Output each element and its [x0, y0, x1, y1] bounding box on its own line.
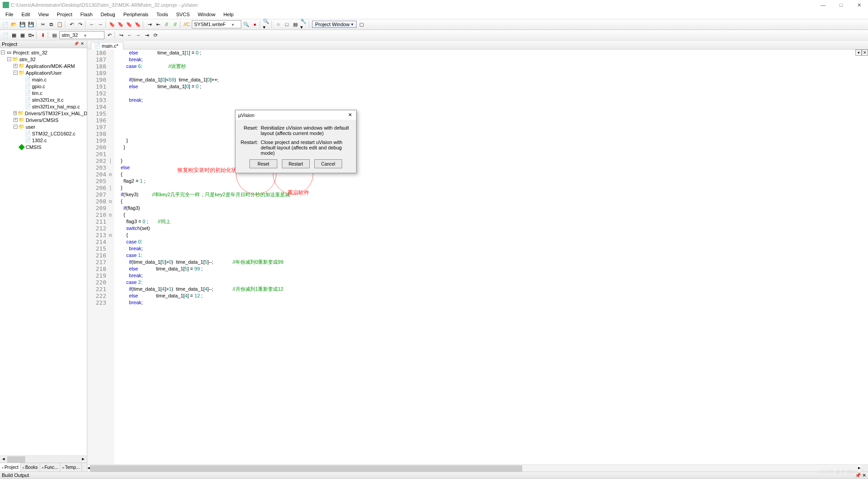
new-icon[interactable]: 📄	[2, 21, 9, 28]
project-bottom-tabs: ▫Project▫Books▫Func...▫Temp...	[0, 463, 87, 472]
tree-node[interactable]: −📁Application/User	[0, 69, 87, 76]
editor-tab-main[interactable]: 📄 main.c*	[91, 42, 123, 50]
run-icon4[interactable]: ▤	[292, 21, 299, 28]
project-tab-3[interactable]: ▫Temp...	[60, 463, 82, 472]
translate-icon[interactable]: 📄	[2, 32, 9, 39]
download-icon[interactable]: ⬇	[39, 32, 46, 39]
project-hscroll[interactable]: ◂▸	[0, 455, 87, 463]
file-icon: 📄	[94, 43, 100, 49]
project-pane-title: Project 📌 ✕	[0, 40, 87, 48]
nav-back-icon[interactable]: ←	[88, 21, 95, 28]
pin-icon[interactable]: 📌	[73, 41, 79, 47]
tree-node[interactable]: +📁Application/MDK-ARM	[0, 63, 87, 69]
cut-icon[interactable]: ✂	[39, 21, 46, 28]
batch-icon[interactable]: ⧉▾	[27, 32, 35, 39]
tree-node[interactable]: −📁stm_32	[0, 56, 87, 63]
bookmark-next-icon[interactable]: 🔖	[126, 21, 133, 28]
step3-icon[interactable]: →	[135, 32, 142, 39]
copy-icon[interactable]: ⧉	[48, 21, 55, 28]
bookmark-prev-icon[interactable]: 🔖	[117, 21, 124, 28]
menu-edit[interactable]: Edit	[18, 11, 34, 18]
redo-icon[interactable]: ↷	[77, 21, 84, 28]
project-window-combo[interactable]: Project Window▾	[312, 21, 357, 28]
tree-node[interactable]: 📄gpio.c	[0, 83, 87, 90]
build-icon[interactable]: ▦	[10, 32, 18, 39]
editor-close-x[interactable]: ✕	[862, 50, 868, 56]
saveall-icon[interactable]: 💾	[27, 21, 35, 28]
uncomment-icon[interactable]: //	[172, 21, 179, 28]
dialog-title[interactable]: µVision ✕	[235, 110, 356, 120]
find-handle-icon[interactable]: //C	[183, 21, 190, 28]
menu-flash[interactable]: Flash	[77, 11, 96, 18]
window-icon[interactable]: ▢	[358, 21, 365, 28]
open-icon[interactable]: 📂	[10, 21, 18, 28]
restart-button[interactable]: Restart	[282, 159, 310, 168]
menu-view[interactable]: View	[35, 11, 53, 18]
editor-tabs: 📄 main.c*	[87, 40, 868, 50]
pane-close-icon[interactable]: ✕	[80, 41, 85, 47]
outdent-icon[interactable]: ⇤	[154, 21, 162, 28]
nav-fwd-icon[interactable]: →	[97, 21, 104, 28]
dialog-close-icon[interactable]: ✕	[346, 112, 353, 118]
dialog-uvision: µVision ✕ Reset: Reinitialize uVision wi…	[235, 110, 357, 173]
fold-column[interactable]: │ ⊟ │ ⊟ ⊟ ⊟	[109, 50, 114, 464]
menu-svcs[interactable]: SVCS	[172, 11, 193, 18]
step-icon[interactable]: ↪	[118, 32, 125, 39]
options-icon[interactable]: ▤	[51, 32, 58, 39]
editor-dropdown-arrow[interactable]: ▾	[855, 50, 862, 56]
tree-node[interactable]: 📄main.c	[0, 76, 87, 83]
minimize-button[interactable]: —	[814, 0, 832, 10]
rebuild-icon[interactable]: ▦	[19, 32, 26, 39]
bookmark-clear-icon[interactable]: 🔖	[134, 21, 141, 28]
tree-node[interactable]: 📄stm32f1xx_it.c	[0, 96, 87, 103]
run-icon2[interactable]: ○	[275, 21, 282, 28]
editor-hscroll[interactable]: ◂▸	[87, 464, 868, 472]
paste-icon[interactable]: 📋	[56, 21, 63, 28]
tree-node[interactable]: 📄STM32_LCD1602.c	[0, 130, 87, 137]
tree-node[interactable]: +📁Drivers/STM32F1xx_HAL_Driv	[0, 110, 87, 117]
tree-node[interactable]: 📄stm32f1xx_hal_msp.c	[0, 103, 87, 110]
tree-node[interactable]: +📁Drivers/CMSIS	[0, 117, 87, 123]
find-in-files-icon[interactable]: ●	[251, 21, 258, 28]
step2-icon[interactable]: ←	[126, 32, 133, 39]
project-tab-0[interactable]: ▫Project	[0, 463, 21, 472]
tree-node[interactable]: −📁user	[0, 123, 87, 130]
undo-icon[interactable]: ↶	[68, 21, 75, 28]
menu-debug[interactable]: Debug	[97, 11, 119, 18]
project-tab-1[interactable]: ▫Books	[21, 463, 40, 472]
bookmark-icon[interactable]: 🔖	[108, 21, 116, 28]
debug-icon[interactable]: 🔍▾	[263, 21, 270, 28]
step4-icon[interactable]: ⇥	[143, 32, 150, 39]
project-tree[interactable]: −▭Project: stm_32−📁stm_32+📁Application/M…	[0, 48, 87, 455]
menu-file[interactable]: File	[2, 11, 17, 18]
menu-tools[interactable]: Tools	[153, 11, 172, 18]
menu-window[interactable]: Window	[194, 11, 219, 18]
editor-area: ▾ ✕ 📄 main.c* 18618718818919019119219319…	[87, 40, 868, 472]
comment-icon[interactable]: //	[163, 21, 170, 28]
maximize-button[interactable]: □	[832, 0, 850, 10]
menu-peripherals[interactable]: Peripherals	[120, 11, 152, 18]
reset-button[interactable]: Reset	[249, 159, 277, 168]
target-select[interactable]: stm_32	[59, 31, 104, 39]
step5-icon[interactable]: ⟳	[152, 32, 159, 39]
tree-node[interactable]: 📄1302.c	[0, 137, 87, 144]
code-view[interactable]: else time_data_1[1] = 0 ; break; case 6:…	[114, 50, 868, 464]
build-output[interactable]	[0, 479, 868, 486]
tree-node[interactable]: CMSIS	[0, 144, 87, 150]
find-magnify-icon[interactable]: 🔍	[243, 21, 250, 28]
indent-icon[interactable]: ⇥	[146, 21, 153, 28]
menu-help[interactable]: Help	[220, 11, 237, 18]
project-tab-2[interactable]: ▫Func...	[40, 463, 60, 472]
close-button[interactable]: ✕	[850, 0, 868, 10]
manage-icon[interactable]: ↶	[106, 32, 113, 39]
run-icon3[interactable]: □	[283, 21, 290, 28]
target-name: stm_32	[62, 32, 78, 38]
tree-node[interactable]: 📄tim.c	[0, 90, 87, 96]
menu-project[interactable]: Project	[53, 11, 76, 18]
save-icon[interactable]: 💾	[19, 21, 26, 28]
toolbar-build: 📄 ▦ ▦ ⧉▾ ⬇ ▤ stm_32 ↶ ↪ ← → ⇥ ⟳	[0, 30, 868, 40]
find-combo[interactable]: SYSM1.writeF	[192, 20, 241, 28]
tree-node[interactable]: −▭Project: stm_32	[0, 49, 87, 56]
config-icon[interactable]: 🔧▾	[300, 21, 307, 28]
cancel-button[interactable]: Cancel	[314, 159, 342, 168]
